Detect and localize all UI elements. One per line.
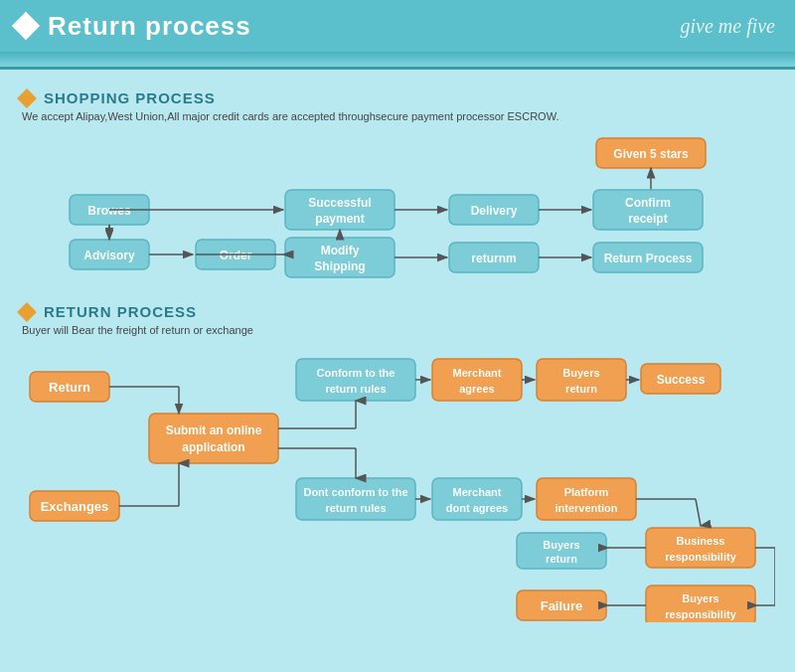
svg-text:Advisory: Advisory [83, 249, 135, 262]
svg-text:intervention: intervention [556, 502, 618, 514]
shopping-section-header: SHOPPING PROCESS [20, 89, 775, 106]
svg-text:responsibility: responsibility [665, 551, 736, 563]
shopping-flow-diagram: Given 5 stars Browes Successful payment … [20, 130, 775, 299]
svg-text:Submit an online: Submit an online [166, 423, 262, 437]
svg-text:Platform: Platform [564, 486, 609, 498]
svg-text:agrees: agrees [459, 383, 494, 395]
section-diamond-shopping [17, 88, 37, 108]
section-diamond-return [17, 302, 37, 322]
svg-text:Merchant: Merchant [453, 486, 502, 498]
brand-text: give me five [681, 15, 776, 38]
svg-text:Exchanges: Exchanges [41, 499, 109, 514]
svg-text:Buyers: Buyers [682, 592, 718, 604]
svg-text:Buyers: Buyers [562, 367, 599, 379]
svg-text:Browes: Browes [87, 204, 131, 218]
svg-text:Return: Return [49, 380, 90, 395]
page-title: Return process [48, 11, 251, 42]
header-diamond [12, 12, 40, 40]
svg-text:Successful: Successful [308, 196, 371, 210]
svg-text:application: application [182, 440, 244, 454]
svg-text:Success: Success [657, 373, 706, 387]
svg-line-89 [696, 499, 701, 526]
main-content: SHOPPING PROCESS We accept Alipay,West U… [0, 70, 795, 634]
svg-text:return: return [565, 383, 597, 395]
svg-text:Dont conform to the: Dont conform to the [303, 486, 407, 498]
svg-text:return: return [546, 553, 577, 565]
svg-text:Business: Business [677, 535, 725, 547]
given-5-stars-label: Given 5 stars [613, 147, 689, 161]
svg-text:Delivery: Delivery [471, 204, 518, 218]
shopping-description: We accept Alipay,West Union,All major cr… [22, 110, 775, 122]
page-header: Return process give me five [0, 0, 795, 52]
svg-text:return rules: return rules [325, 502, 386, 514]
svg-text:Order: Order [220, 249, 252, 262]
svg-text:return rules: return rules [325, 383, 386, 395]
svg-text:Shipping: Shipping [314, 259, 365, 273]
svg-text:responsibility: responsibility [665, 608, 736, 620]
svg-text:Conform to the: Conform to the [317, 367, 396, 379]
return-section-header: RETURN PROCESS [20, 303, 775, 320]
return-section-title: RETURN PROCESS [44, 303, 197, 320]
svg-text:Merchant: Merchant [453, 367, 502, 379]
return-flow-diagram: Return Exchanges Submit an online applic… [20, 344, 775, 622]
return-description: Buyer will Bear the freight of return or… [22, 324, 775, 336]
svg-text:payment: payment [315, 212, 364, 226]
svg-text:dont agrees: dont agrees [446, 502, 508, 514]
svg-text:Confirm: Confirm [625, 196, 671, 210]
svg-text:receipt: receipt [628, 212, 667, 226]
svg-text:Buyers: Buyers [543, 539, 579, 551]
svg-rect-45 [149, 414, 278, 463]
svg-text:Failure: Failure [541, 598, 583, 613]
ribbon-decoration [0, 52, 795, 70]
svg-text:Modify: Modify [321, 244, 360, 257]
svg-text:returnm: returnm [471, 252, 516, 265]
shopping-section-title: SHOPPING PROCESS [44, 89, 216, 106]
svg-text:Return Process: Return Process [604, 252, 693, 265]
